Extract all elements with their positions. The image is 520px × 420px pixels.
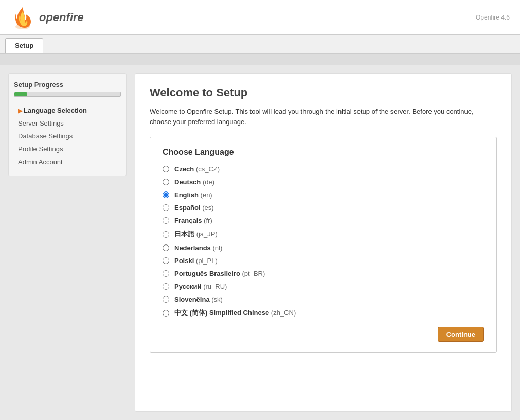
language-box: Choose Language Czech (cs_CZ)Deutsch (de… [150,137,497,353]
sidebar-item-admin-account[interactable]: Admin Account [14,155,121,168]
setup-tab[interactable]: Setup [5,38,43,53]
label-nl: Nederlands (nl) [174,244,222,252]
main-layout: Setup Progress Language Selection Server… [0,65,520,420]
sidebar-item-server-settings[interactable]: Server Settings [14,117,121,130]
language-option-en[interactable]: English (en) [163,191,484,199]
content-area: Welcome to Setup Welcome to Openfire Set… [135,73,512,412]
language-option-ru_RU[interactable]: Русский (ru_RU) [163,283,484,290]
radio-sk[interactable] [163,296,169,303]
sidebar: Setup Progress Language Selection Server… [8,73,127,176]
logo-area: openfire [10,5,84,30]
radio-ru_RU[interactable] [163,283,169,290]
label-ru_RU: Русский (ru_RU) [174,283,227,290]
subheader-bar [0,54,520,65]
label-es: Español (es) [174,204,214,212]
language-option-zh_CN[interactable]: 中文 (简体) Simplified Chinese (zh_CN) [163,308,484,318]
label-pl_PL: Polski (pl_PL) [174,257,218,265]
sidebar-item-profile-settings[interactable]: Profile Settings [14,143,121,155]
language-options-container: Czech (cs_CZ)Deutsch (de)English (en)Esp… [163,165,484,318]
label-en: English (en) [174,191,212,199]
logo-text: openfire [39,11,84,24]
radio-fr[interactable] [163,217,169,224]
continue-button[interactable]: Continue [438,327,484,342]
language-option-pl_PL[interactable]: Polski (pl_PL) [163,257,484,265]
continue-button-row: Continue [163,327,484,342]
version-text: Openfire 4.6 [476,14,510,21]
label-pt_BR: Português Brasileiro (pt_BR) [174,270,265,277]
language-option-de[interactable]: Deutsch (de) [163,178,484,186]
language-option-pt_BR[interactable]: Português Brasileiro (pt_BR) [163,270,484,277]
radio-es[interactable] [163,204,169,211]
openfire-logo-icon [10,5,35,30]
label-cs_CZ: Czech (cs_CZ) [174,165,220,173]
tab-bar: Setup [0,35,520,54]
radio-ja_JP[interactable] [163,231,169,238]
language-option-es[interactable]: Español (es) [163,204,484,212]
radio-zh_CN[interactable] [163,310,169,317]
language-option-cs_CZ[interactable]: Czech (cs_CZ) [163,165,484,173]
label-fr: Français (fr) [174,217,212,224]
progress-bar [14,92,121,97]
language-option-fr[interactable]: Français (fr) [163,217,484,224]
radio-pt_BR[interactable] [163,270,169,277]
sidebar-item-database-settings[interactable]: Database Settings [14,130,121,143]
radio-pl_PL[interactable] [163,257,169,264]
progress-bar-fill [14,92,27,96]
radio-cs_CZ[interactable] [163,166,169,172]
language-option-nl[interactable]: Nederlands (nl) [163,244,484,252]
intro-text: Welcome to Openfire Setup. This tool wil… [150,107,497,127]
label-sk: Slovenčina (sk) [174,295,223,303]
radio-en[interactable] [163,191,169,198]
label-zh_CN: 中文 (简体) Simplified Chinese (zh_CN) [174,308,296,318]
language-option-sk[interactable]: Slovenčina (sk) [163,295,484,303]
radio-nl[interactable] [163,244,169,251]
app-header: openfire Openfire 4.6 [0,0,520,35]
page-title: Welcome to Setup [150,86,497,99]
setup-progress-label: Setup Progress [14,81,121,89]
radio-de[interactable] [163,179,169,185]
label-de: Deutsch (de) [174,178,214,186]
choose-language-title: Choose Language [163,148,484,157]
label-ja_JP: 日本語 (ja_JP) [174,230,218,239]
language-option-ja_JP[interactable]: 日本語 (ja_JP) [163,230,484,239]
sidebar-item-language-selection[interactable]: Language Selection [14,104,121,117]
